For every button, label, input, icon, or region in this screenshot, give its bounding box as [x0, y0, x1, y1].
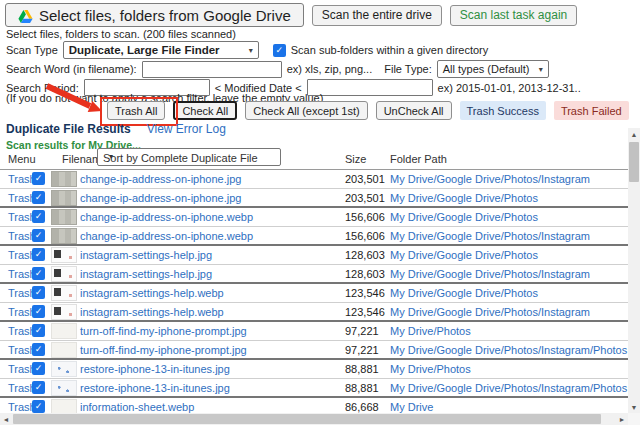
file-type-select[interactable]: All types (Default) ▾ [437, 60, 549, 78]
row-size: 156,606 [345, 230, 385, 242]
row-filename-link[interactable]: turn-off-find-my-iphone-prompt.jpg [80, 344, 247, 356]
scan-last-task-button[interactable]: Scan last task again [450, 5, 577, 26]
row-folder-path-link[interactable]: My Drive/Google Drive/Photos/Instagram [390, 173, 590, 185]
file-thumbnail [51, 171, 77, 187]
actions-row: Trash All Check All Check All (except 1s… [107, 101, 629, 120]
row-folder-path-link[interactable]: My Drive/Google Drive/Photos [390, 192, 538, 204]
row-checkbox[interactable]: ✓ [32, 324, 45, 337]
row-size: 203,501 [345, 173, 385, 185]
scan-type-label: Scan Type [6, 44, 58, 56]
file-thumbnail [51, 266, 77, 282]
row-size: 123,546 [345, 287, 385, 299]
dropdown-arrow-icon: ▾ [539, 65, 543, 74]
scroll-left-icon[interactable]: ◄ [0, 413, 12, 425]
row-checkbox[interactable]: ✓ [32, 248, 45, 261]
vertical-scrollbar[interactable]: ▲ ▼ [628, 128, 640, 413]
row-size: 128,603 [345, 268, 385, 280]
file-thumbnail [51, 209, 77, 225]
row-folder-path-link[interactable]: My Drive/Google Drive/Photos/Instagram [390, 268, 590, 280]
row-folder-path-link[interactable]: My Drive/Google Drive/Photos/Instagram [390, 306, 590, 318]
row-filename-link[interactable]: instagram-settings-help.webp [80, 306, 224, 318]
row-filename-link[interactable]: change-ip-address-on-iphone.webp [80, 230, 253, 242]
scan-subfolders-checkbox[interactable]: ✓ [273, 44, 286, 57]
row-filename-link[interactable]: restore-iphone-13-in-itunes.jpg [80, 363, 230, 375]
row-folder-path-link[interactable]: My Drive/Photos [390, 325, 471, 337]
row-folder-path-link[interactable]: My Drive/Photos [390, 363, 471, 375]
scroll-up-icon[interactable]: ▲ [628, 128, 640, 140]
row-size: 88,881 [345, 363, 379, 375]
row-size: 128,603 [345, 249, 385, 261]
row-folder-path-link[interactable]: My Drive/Google Drive/Photos/Instagram [390, 230, 590, 242]
sort-select-value: Sort by Complete Duplicate File [103, 152, 258, 164]
row-checkbox[interactable]: ✓ [32, 343, 45, 356]
row-filename-link[interactable]: change-ip-address-on-iphone.webp [80, 211, 253, 223]
vertical-scrollbar-thumb[interactable] [629, 142, 639, 182]
google-drive-icon [18, 9, 33, 22]
sort-select[interactable]: Sort by Complete Duplicate File ▾ [97, 148, 281, 166]
scan-info-text: Select files, folders to scan. (200 file… [6, 28, 236, 40]
check-all-button[interactable]: Check All [173, 101, 237, 120]
row-folder-path-link[interactable]: My Drive/Google Drive/Photos [390, 211, 538, 223]
table-row: Trash ✓ change-ip-address-on-iphone.webp… [0, 208, 628, 227]
file-thumbnail [51, 285, 77, 301]
trash-success-badge: Trash Success [460, 101, 546, 120]
row-checkbox[interactable]: ✓ [32, 286, 45, 299]
row-checkbox[interactable]: ✓ [32, 267, 45, 280]
column-menu: Menu [8, 153, 36, 165]
scan-subfolders-label: Scan sub-folders within a given director… [291, 44, 488, 56]
file-thumbnail [51, 247, 77, 263]
row-folder-path-link[interactable]: My Drive/Google Drive/Photos [390, 287, 538, 299]
row-folder-path-link[interactable]: My Drive/Google Drive/Photos/Instagram/P… [390, 382, 627, 394]
table-row: Trash ✓ instagram-settings-help.jpg 128,… [0, 265, 628, 284]
trash-all-button[interactable]: Trash All [107, 101, 165, 120]
row-filename-link[interactable]: instagram-settings-help.jpg [80, 249, 212, 261]
scan-type-row: Scan Type Duplicate, Large File Finder ▾… [6, 41, 488, 59]
uncheck-all-button[interactable]: UnCheck All [376, 101, 452, 120]
row-folder-path-link[interactable]: My Drive [390, 401, 433, 413]
row-filename-link[interactable]: instagram-settings-help.webp [80, 287, 224, 299]
scan-entire-drive-button[interactable]: Scan the entire drive [312, 5, 442, 26]
select-files-button[interactable]: Select files, folders from Google Drive [5, 3, 304, 27]
column-folder-path: Folder Path [390, 153, 447, 165]
row-filename-link[interactable]: change-ip-address-on-iphone.jpg [80, 192, 241, 204]
table-row: Trash ✓ turn-off-find-my-iphone-prompt.j… [0, 341, 628, 360]
dropdown-arrow-icon: ▾ [109, 152, 113, 161]
row-filename-link[interactable]: information-sheet.webp [80, 401, 194, 413]
scan-type-select[interactable]: Duplicate, Large File Finder ▾ [63, 41, 259, 59]
row-filename-link[interactable]: turn-off-find-my-iphone-prompt.jpg [80, 325, 247, 337]
file-thumbnail [51, 361, 77, 377]
row-size: 88,881 [345, 382, 379, 394]
table-row: Trash ✓ restore-iphone-13-in-itunes.jpg … [0, 379, 628, 398]
row-filename-link[interactable]: change-ip-address-on-iphone.jpg [80, 173, 241, 185]
row-folder-path-link[interactable]: My Drive/Google Drive/Photos/Instagram/P… [390, 344, 627, 356]
check-all-except-first-button[interactable]: Check All (except 1st) [245, 101, 367, 120]
period-end-input[interactable] [307, 79, 433, 96]
row-filename-link[interactable]: restore-iphone-13-in-itunes.jpg [80, 382, 230, 394]
row-checkbox[interactable]: ✓ [32, 362, 45, 375]
column-size: Size [345, 153, 366, 165]
table-header: Menu Filename Sort by Complete Duplicate… [0, 150, 628, 170]
file-type-label: File Type: [384, 63, 432, 75]
scrollbar-corner [628, 413, 640, 425]
scroll-down-icon[interactable]: ▼ [628, 401, 640, 413]
search-word-row: Search Word (in filename): ex) xls, zip,… [6, 60, 549, 78]
row-checkbox[interactable]: ✓ [32, 229, 45, 242]
file-thumbnail [51, 190, 77, 206]
row-size: 156,606 [345, 211, 385, 223]
table-row: Trash ✓ instagram-settings-help.jpg 128,… [0, 246, 628, 265]
row-checkbox[interactable]: ✓ [32, 400, 45, 413]
horizontal-scrollbar-thumb[interactable] [13, 414, 601, 424]
table-row: Trash ✓ restore-iphone-13-in-itunes.jpg … [0, 360, 628, 379]
row-checkbox[interactable]: ✓ [32, 305, 45, 318]
row-checkbox[interactable]: ✓ [32, 191, 45, 204]
row-checkbox[interactable]: ✓ [32, 172, 45, 185]
row-checkbox[interactable]: ✓ [32, 210, 45, 223]
search-word-input[interactable] [142, 61, 282, 78]
row-checkbox[interactable]: ✓ [32, 381, 45, 394]
scroll-right-icon[interactable]: ► [616, 413, 628, 425]
row-folder-path-link[interactable]: My Drive/Google Drive/Photos [390, 249, 538, 261]
row-filename-link[interactable]: instagram-settings-help.jpg [80, 268, 212, 280]
horizontal-scrollbar[interactable]: ◄ ► [0, 413, 628, 425]
table-row: Trash ✓ turn-off-find-my-iphone-prompt.j… [0, 322, 628, 341]
view-error-log-link[interactable]: View Error Log [147, 122, 226, 136]
